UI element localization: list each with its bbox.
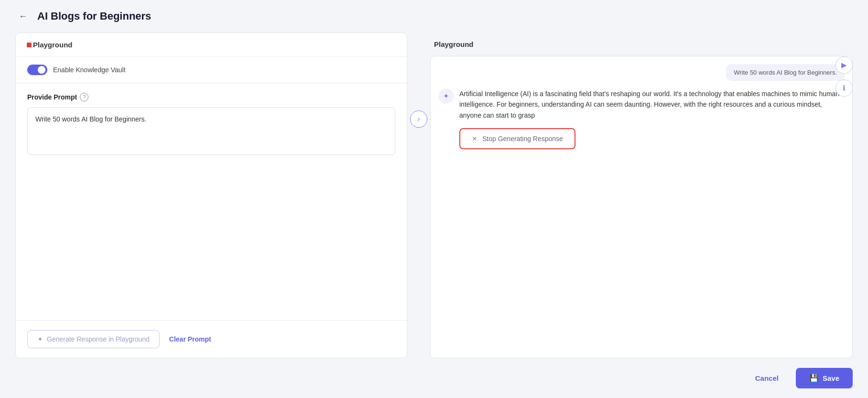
right-panel-title: Playground	[430, 33, 853, 56]
save-button[interactable]: 💾 Save	[796, 368, 853, 388]
knowledge-vault-row: Enable Knowledge Vault	[16, 57, 407, 83]
help-icon[interactable]: ?	[80, 93, 88, 101]
left-panel-title: Playground	[33, 41, 73, 49]
clear-prompt-button[interactable]: Clear Prompt	[169, 335, 211, 343]
knowledge-vault-toggle[interactable]	[27, 65, 47, 75]
knowledge-vault-label: Enable Knowledge Vault	[53, 66, 126, 74]
toggle-slider	[27, 65, 47, 75]
save-label: Save	[823, 374, 839, 382]
back-arrow-icon: ←	[19, 11, 27, 22]
sparkle-icon: ✦	[37, 335, 43, 343]
prompt-section: Provide Prompt ? Write 50 words AI Blog …	[16, 83, 407, 320]
save-icon: 💾	[809, 374, 819, 383]
stop-generating-label: Stop Generating Response	[482, 135, 563, 143]
play-icon: ▶	[841, 61, 847, 69]
left-panel-header: Playground	[16, 33, 407, 57]
user-message-bubble: Write 50 words AI Blog for Beginners.	[726, 64, 845, 81]
info-icon: ℹ	[843, 84, 846, 92]
right-panel: Playground Write 50 words AI Blog for Be…	[430, 33, 853, 358]
stop-generating-button[interactable]: ✕ Stop Generating Response	[459, 128, 575, 149]
panel-arrow-button[interactable]: ›	[410, 111, 427, 128]
page-title: AI Blogs for Beginners	[37, 10, 151, 22]
cancel-button[interactable]: Cancel	[746, 369, 788, 387]
prompt-label: Provide Prompt ?	[27, 93, 395, 101]
ai-avatar-icon: ✦	[438, 88, 454, 104]
right-panel-content: Write 50 words AI Blog for Beginners. ✦ …	[430, 56, 853, 358]
right-sidebar: ▶ ℹ	[835, 56, 853, 97]
ai-response-text: Artificial Intelligence (AI) is a fascin…	[459, 88, 845, 121]
prompt-textarea[interactable]: Write 50 words AI Blog for Beginners.	[27, 107, 395, 155]
generate-button-label: Generate Response in Playground	[47, 335, 150, 343]
panel-arrow-container: ›	[407, 33, 430, 358]
left-panel: Playground Enable Knowledge Vault Provid…	[15, 33, 407, 358]
generate-response-button[interactable]: ✦ Generate Response in Playground	[27, 330, 160, 348]
action-buttons: ✦ Generate Response in Playground Clear …	[16, 320, 407, 358]
footer: Cancel 💾 Save	[0, 358, 868, 398]
back-button[interactable]: ←	[15, 9, 31, 24]
close-icon: ✕	[472, 135, 477, 143]
ai-response-row: ✦ Artificial Intelligence (AI) is a fasc…	[438, 88, 845, 121]
info-icon-button[interactable]: ℹ	[835, 79, 853, 97]
red-indicator	[27, 43, 32, 47]
main-content: Playground Enable Knowledge Vault Provid…	[0, 33, 868, 358]
page-header: ← AI Blogs for Beginners	[0, 0, 868, 33]
play-icon-button[interactable]: ▶	[835, 56, 853, 74]
